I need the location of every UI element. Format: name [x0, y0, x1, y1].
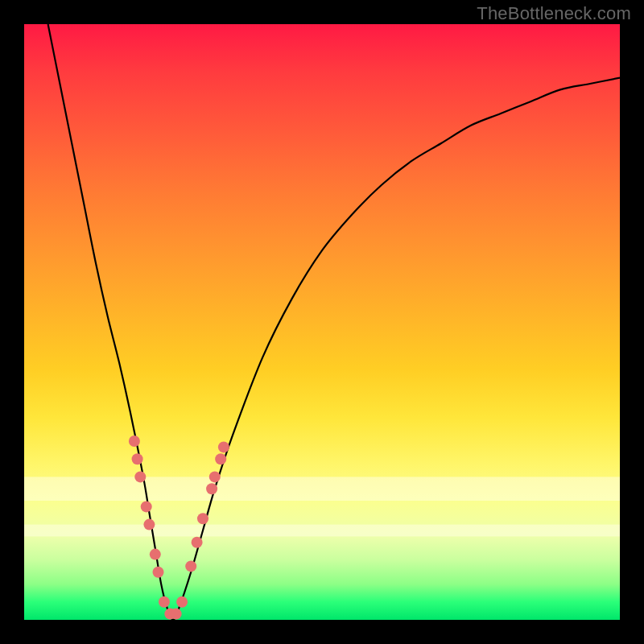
- highlight-dot: [171, 609, 182, 620]
- highlight-dot: [141, 501, 152, 512]
- highlight-dot: [132, 453, 143, 464]
- highlight-dot: [185, 560, 196, 572]
- highlight-dot: [218, 441, 229, 452]
- watermark-text: TheBottleneck.com: [477, 3, 631, 24]
- highlight-dot: [153, 567, 164, 578]
- highlight-dot: [192, 537, 203, 548]
- plot-area: [24, 24, 620, 620]
- pale-bands: [24, 477, 620, 536]
- highlight-dot: [150, 549, 161, 560]
- highlight-dot: [134, 471, 146, 482]
- highlight-dot: [159, 597, 170, 608]
- highlight-dot: [197, 513, 208, 524]
- highlight-dot: [209, 471, 221, 482]
- highlight-dot: [143, 519, 155, 530]
- highlight-dot: [206, 483, 217, 494]
- highlight-dot: [215, 453, 226, 464]
- highlight-dot: [176, 597, 188, 608]
- chart-frame: TheBottleneck.com: [0, 0, 644, 644]
- highlight-dot: [129, 436, 140, 447]
- chart-svg: [24, 24, 620, 620]
- pale-band: [24, 525, 620, 537]
- pale-band: [24, 477, 620, 501]
